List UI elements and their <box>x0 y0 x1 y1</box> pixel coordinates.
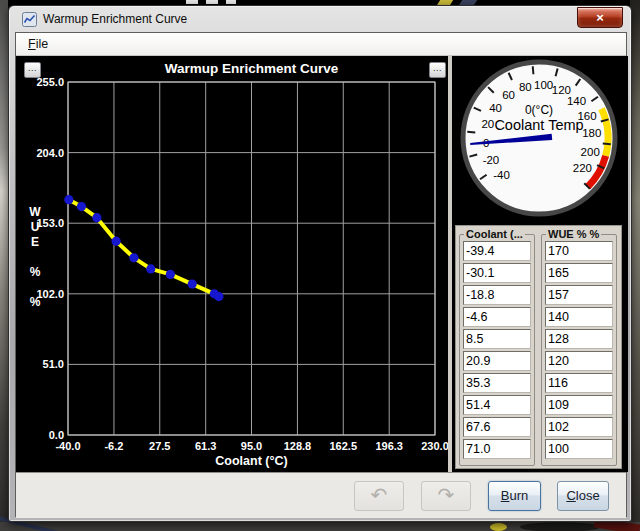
wue-value-input[interactable] <box>545 307 613 327</box>
chart-title: Warmup Enrichment Curve <box>68 61 435 76</box>
chart-panel: -40.0-6.227.561.395.0128.8162.5196.3230.… <box>16 56 448 472</box>
coolant-column-group: Coolant (... <box>459 228 535 466</box>
wue-value-input[interactable] <box>545 395 613 415</box>
menu-file[interactable]: File <box>23 36 53 52</box>
title-bar[interactable]: Warmup Enrichment Curve × <box>9 6 631 32</box>
svg-text:-40.0: -40.0 <box>55 440 80 452</box>
svg-text:140: 140 <box>567 95 586 107</box>
coolant-value-input[interactable] <box>463 307 531 327</box>
redo-icon: ↷ <box>438 484 455 506</box>
undo-button[interactable]: ↶ <box>354 481 404 511</box>
curve-point[interactable] <box>188 280 197 289</box>
wue-value-input[interactable] <box>545 351 613 371</box>
coolant-column-header: Coolant (... <box>464 228 525 240</box>
svg-text:80: 80 <box>519 81 532 93</box>
svg-text:200: 200 <box>581 146 600 158</box>
y-axis-label: W U E % % <box>22 205 48 310</box>
curve-point[interactable] <box>129 253 138 262</box>
dialog-client-area: File -40.0-6.227.561.395.0128.8162.5196.… <box>15 32 627 517</box>
svg-text:100: 100 <box>534 79 553 91</box>
curve-point[interactable] <box>112 237 121 246</box>
curve-point[interactable] <box>166 270 175 279</box>
curve-point[interactable] <box>146 264 155 273</box>
svg-text:51.0: 51.0 <box>43 358 64 370</box>
svg-text:230.0: 230.0 <box>421 440 448 452</box>
svg-text:0.0: 0.0 <box>49 429 64 441</box>
wue-value-input[interactable] <box>545 439 613 459</box>
close-icon[interactable]: × <box>577 7 623 28</box>
svg-text:128.8: 128.8 <box>284 440 312 452</box>
desktop-background-shape <box>520 522 600 531</box>
dialog-content: -40.0-6.227.561.395.0128.8162.5196.3230.… <box>16 56 626 472</box>
curve-point[interactable] <box>77 202 86 211</box>
curve-point[interactable] <box>64 195 73 204</box>
svg-text:95.0: 95.0 <box>241 440 262 452</box>
wue-value-input[interactable] <box>545 241 613 261</box>
wue-value-input[interactable] <box>545 263 613 283</box>
svg-text:255.0: 255.0 <box>36 76 64 88</box>
menu-bar: File <box>16 33 626 56</box>
coolant-value-input[interactable] <box>463 351 531 371</box>
warmup-curve-chart[interactable]: -40.0-6.227.561.395.0128.8162.5196.3230.… <box>16 56 448 472</box>
wue-value-input[interactable] <box>545 373 613 393</box>
svg-text:61.3: 61.3 <box>195 440 216 452</box>
wue-value-input[interactable] <box>545 417 613 437</box>
svg-text:40: 40 <box>489 102 502 114</box>
coolant-value-input[interactable] <box>463 285 531 305</box>
svg-text:162.5: 162.5 <box>329 440 357 452</box>
coolant-value-input[interactable] <box>463 439 531 459</box>
undo-icon: ↶ <box>371 484 388 506</box>
svg-text:196.3: 196.3 <box>375 440 403 452</box>
coolant-temp-gauge: -40-200204060801001201401601802002200(°C… <box>452 56 628 222</box>
svg-text:180: 180 <box>582 127 601 139</box>
coolant-value-input[interactable] <box>463 373 531 393</box>
coolant-value-input[interactable] <box>463 417 531 437</box>
gauge-title-text: Coolant Temp <box>494 117 583 133</box>
svg-text:-40: -40 <box>493 169 510 181</box>
right-column: -40-200204060801001201401601802002200(°C… <box>452 56 628 472</box>
coolant-value-input[interactable] <box>463 395 531 415</box>
dialog-window: Warmup Enrichment Curve × File -40.0-6.2… <box>8 5 632 522</box>
close-glyph: × <box>596 10 604 25</box>
svg-text:20: 20 <box>481 118 494 130</box>
desktop-background-text-fragment <box>186 0 236 4</box>
redo-button[interactable]: ↷ <box>421 481 471 511</box>
svg-text:60: 60 <box>502 89 515 101</box>
wue-value-input[interactable] <box>545 285 613 305</box>
coolant-value-input[interactable] <box>463 263 531 283</box>
chart-options-left-button[interactable]: ... <box>24 62 41 78</box>
svg-text:-20: -20 <box>483 154 500 166</box>
wue-column-header: WUE % % <box>546 228 601 240</box>
wue-value-input[interactable] <box>545 329 613 349</box>
wue-column-group: WUE % % <box>541 228 617 466</box>
button-bar: ↶ ↷ Burn Close <box>16 472 626 518</box>
curve-point[interactable] <box>92 213 101 222</box>
svg-text:204.0: 204.0 <box>36 147 64 159</box>
svg-text:-6.2: -6.2 <box>104 440 123 452</box>
coolant-value-input[interactable] <box>463 329 531 349</box>
burn-button[interactable]: Burn <box>488 481 541 511</box>
window-title: Warmup Enrichment Curve <box>43 12 187 26</box>
app-icon <box>22 12 37 27</box>
close-button[interactable]: Close <box>557 481 609 511</box>
gauge-value-text: 0(°C) <box>525 103 553 117</box>
chart-options-right-button[interactable]: ... <box>429 62 446 78</box>
curve-point[interactable] <box>214 292 223 301</box>
desktop-background-yellow-dot <box>490 523 507 531</box>
x-axis-label: Coolant (°C) <box>68 454 435 468</box>
coolant-value-input[interactable] <box>463 241 531 261</box>
svg-text:27.5: 27.5 <box>149 440 170 452</box>
desktop-background <box>0 0 8 531</box>
svg-text:220: 220 <box>573 162 592 174</box>
curve-table-panel: Coolant (... WUE % % <box>455 225 622 469</box>
